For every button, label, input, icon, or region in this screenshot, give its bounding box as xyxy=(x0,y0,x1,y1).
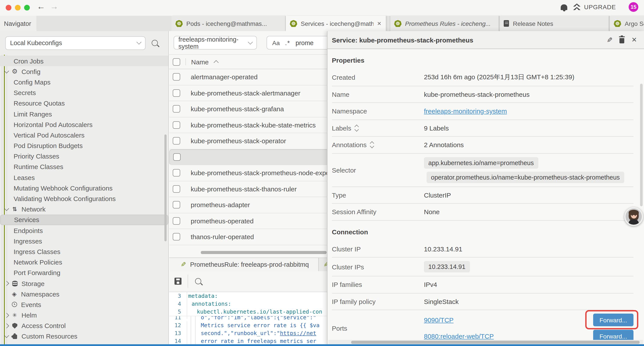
sidebar-item-helm[interactable]: ✳Helm xyxy=(0,310,168,320)
sidebar-item-ingresses[interactable]: Ingresses xyxy=(0,236,168,246)
app-tab-services-icecheng-math[interactable]: ☸Services - icecheng@math...✕ xyxy=(286,16,386,31)
service-name: alertmanager-operated xyxy=(191,73,258,81)
forward-button[interactable]: Forward... xyxy=(593,330,634,341)
sidebar-item-custom-resources[interactable]: Custom Resources xyxy=(0,331,168,342)
code-link[interactable]: https://net xyxy=(280,330,316,336)
row-checkbox[interactable] xyxy=(173,185,180,193)
sidebar-search-icon[interactable] xyxy=(152,40,158,46)
sidebar-item-access-control[interactable]: Access Control xyxy=(0,320,168,331)
sort-ascending-icon[interactable] xyxy=(214,60,219,65)
sidebar-item-validating-webhook-configurations[interactable]: Validating Webhook Configurations xyxy=(0,193,168,204)
sidebar-item-network[interactable]: ⇅Network xyxy=(0,204,168,214)
gear-icon: ⚙ xyxy=(12,68,18,75)
port-link[interactable]: 9090/TCP xyxy=(424,316,454,324)
network-icon: ⇅ xyxy=(12,206,18,212)
row-checkbox[interactable] xyxy=(173,169,180,177)
back-icon[interactable]: ← xyxy=(37,2,45,11)
namespace-link[interactable]: freeleaps-monitoring-system xyxy=(424,107,507,115)
table-horizontal-scrollbar[interactable] xyxy=(201,251,326,254)
row-checkbox[interactable] xyxy=(173,153,180,161)
kubernetes-icon: ☸ xyxy=(614,20,621,27)
sort-toggle-icon[interactable] xyxy=(370,142,374,148)
app-tab-argo-se[interactable]: ☸Argo Se xyxy=(609,16,644,31)
document-icon xyxy=(504,20,509,27)
sidebar-item-leases[interactable]: Leases xyxy=(0,172,168,183)
match-case-toggle[interactable]: Aa xyxy=(272,39,280,46)
column-header-name[interactable]: Name xyxy=(191,58,209,65)
chevron-down-icon[interactable] xyxy=(4,333,9,338)
window-minimize-button[interactable] xyxy=(15,5,20,10)
row-checkbox[interactable] xyxy=(173,89,180,97)
delete-trash-icon[interactable] xyxy=(620,38,624,43)
sidebar-item-config-maps[interactable]: Config Maps xyxy=(0,77,168,87)
row-checkbox[interactable] xyxy=(173,233,180,241)
sidebar-scrollbar[interactable] xyxy=(164,134,166,241)
sort-toggle-icon[interactable] xyxy=(355,125,358,131)
detail-value: SingleStack xyxy=(424,298,634,305)
drawer-horizontal-scrollbar[interactable] xyxy=(351,341,640,344)
row-checkbox[interactable] xyxy=(173,217,180,225)
sidebar-item-cron-jobs[interactable]: Cron Jobs xyxy=(0,56,168,66)
sidebar-item-port-forwarding[interactable]: Port Forwarding xyxy=(0,268,168,278)
sidebar-item-secrets[interactable]: Secrets xyxy=(0,87,168,98)
sidebar-item-mutating-webhook-configurations[interactable]: Mutating Webhook Configurations xyxy=(0,183,168,193)
detail-label: Annotations xyxy=(332,141,424,149)
sidebar-item-priority-classes[interactable]: Priority Classes xyxy=(0,151,168,161)
chevron-down-icon[interactable] xyxy=(4,206,9,211)
detail-value: IPv4 xyxy=(424,281,634,288)
sidebar-item-storage[interactable]: Storage xyxy=(0,278,168,289)
window-close-button[interactable] xyxy=(6,5,12,10)
sidebar-item-label: Mutating Webhook Configurations xyxy=(14,184,112,192)
sidebar-item-horizontal-pod-autoscalers[interactable]: Horizontal Pod Autoscalers xyxy=(0,119,168,130)
tab-close-icon[interactable]: ✕ xyxy=(374,20,382,26)
sidebar-item-network-policies[interactable]: Network Policies xyxy=(0,257,168,267)
sidebar-item-config[interactable]: ⚙Config xyxy=(0,66,168,77)
helm-icon: ✳ xyxy=(12,312,18,319)
sidebar-item-events[interactable]: Events xyxy=(0,299,168,310)
kubeconfig-select[interactable]: Local Kubeconfigs xyxy=(5,36,146,50)
sidebar-item-resource-quotas[interactable]: Resource Quotas xyxy=(0,98,168,109)
row-checkbox[interactable] xyxy=(173,105,180,113)
editor-search-icon[interactable] xyxy=(195,278,201,284)
port-link[interactable]: 8080:reloader-web/TCP xyxy=(424,333,494,340)
app-tab-prometheus-rules-icecheng[interactable]: ☸Prometheus Rules - icecheng... xyxy=(390,16,498,31)
chevron-right-icon[interactable] xyxy=(4,281,9,286)
sidebar-item-vertical-pod-autoscalers[interactable]: Vertical Pod Autoscalers xyxy=(0,130,168,140)
sidebar-item-ingress-classes[interactable]: Ingress Classes xyxy=(0,246,168,257)
row-checkbox[interactable] xyxy=(173,137,180,145)
sidebar-item-services[interactable]: Services xyxy=(0,215,168,225)
sidebar-item-namespaces[interactable]: ◈Namespaces xyxy=(0,289,168,299)
row-checkbox[interactable] xyxy=(173,201,180,209)
value-badge: 10.233.14.91 xyxy=(424,261,470,272)
window-zoom-button[interactable] xyxy=(24,5,30,10)
notification-count-badge[interactable]: 15 xyxy=(629,2,638,12)
sidebar-item-endpoints[interactable]: Endpoints xyxy=(0,225,168,236)
detail-row-namespace: Namespacefreeleaps-monitoring-system xyxy=(332,103,634,120)
app-tab-pods-icecheng-mathmas[interactable]: ☸Pods - icecheng@mathmas... xyxy=(172,16,285,31)
close-icon[interactable]: ✕ xyxy=(632,36,637,44)
sidebar-item-pod-disruption-budgets[interactable]: Pod Disruption Budgets xyxy=(0,140,168,151)
forward-icon[interactable]: → xyxy=(50,2,58,11)
namespace-select[interactable]: freeleaps-monitoring-system xyxy=(174,36,257,49)
tab-navigator[interactable]: Navigator xyxy=(0,16,36,31)
drawer-scrollbar[interactable] xyxy=(640,84,643,206)
sidebar-item-runtime-classes[interactable]: Runtime Classes xyxy=(0,162,168,172)
chevron-right-icon[interactable] xyxy=(4,323,9,328)
sidebar-item-limit-ranges[interactable]: Limit Ranges xyxy=(0,109,168,119)
chevron-down-icon[interactable] xyxy=(4,68,9,73)
regex-toggle[interactable]: .* xyxy=(285,39,290,46)
upgrade-button[interactable]: UPGRADE xyxy=(573,3,616,10)
kubernetes-icon: ☸ xyxy=(394,20,402,27)
detail-row-name: Namekube-prometheus-stack-prometheus xyxy=(332,86,634,103)
editor-tab-prometheusrule[interactable]: ✎ PrometheusRule: freeleaps-prod-rabbitm… xyxy=(169,258,319,271)
app-tab-release-notes[interactable]: Release Notes xyxy=(499,16,608,31)
select-all-checkbox[interactable] xyxy=(173,58,180,65)
notifications-bell-icon[interactable] xyxy=(561,4,567,10)
row-checkbox[interactable] xyxy=(173,73,180,81)
tab-label: Argo Se xyxy=(625,20,644,27)
user-avatar[interactable] xyxy=(624,207,643,226)
chevron-right-icon[interactable] xyxy=(4,313,9,318)
row-checkbox[interactable] xyxy=(173,121,180,129)
edit-icon[interactable]: ✎ xyxy=(607,36,613,44)
save-icon[interactable] xyxy=(174,278,182,285)
